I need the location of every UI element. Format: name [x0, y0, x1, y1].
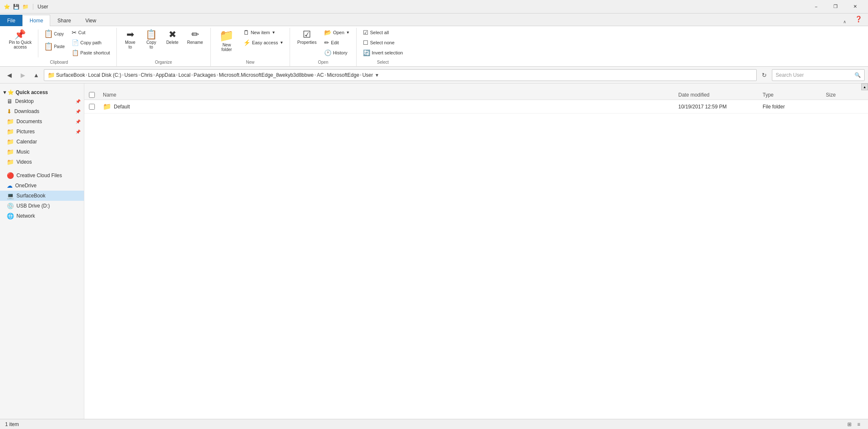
sidebar-item-documents[interactable]: 📁 Documents 📌 [0, 116, 84, 127]
paste-button[interactable]: 📋 Paste [41, 40, 68, 52]
breadcrumb-appdata[interactable]: AppData [156, 72, 175, 78]
sidebar-item-surfacebook[interactable]: 💻 SurfaceBook [0, 191, 84, 201]
sidebar-item-creative-cloud[interactable]: 🔴 Creative Cloud Files [0, 170, 84, 181]
select-all-checkbox[interactable] [89, 92, 95, 98]
sidebar-item-videos[interactable]: 📁 Videos [0, 157, 84, 167]
usb-label: USB Drive (D:) [16, 203, 81, 209]
sidebar-item-music[interactable]: 📁 Music [0, 147, 84, 157]
new-item-dropdown[interactable]: ▼ [271, 30, 275, 35]
separator [38, 30, 38, 57]
tab-home[interactable]: Home [22, 15, 50, 26]
ribbon-group-new: 📁 New folder 🗒 New item ▼ ⚡ Easy access … [211, 28, 290, 66]
open-button[interactable]: 📂 Open ▼ [321, 28, 353, 37]
tab-share[interactable]: Share [50, 15, 78, 26]
folder-icon: 📁 [22, 3, 29, 10]
tab-file[interactable]: File [0, 15, 22, 26]
search-bar[interactable]: Search User 🔍 [772, 69, 865, 81]
ribbon-group-clipboard: 📌 Pin to Quick access 📋 Copy 📋 Paste ✂ C… [2, 28, 117, 66]
open-dropdown[interactable]: ▼ [346, 30, 350, 35]
breadcrumb-chris[interactable]: Chris [141, 72, 153, 78]
header-name[interactable]: Name [99, 92, 678, 98]
easy-access-dropdown[interactable]: ▼ [279, 40, 283, 45]
delete-button[interactable]: ✖ Delete [162, 28, 183, 47]
list-view-button[interactable]: ≡ [855, 420, 863, 429]
copy-button[interactable]: 📋 Copy [41, 28, 68, 40]
breadcrumb-dropdown-button[interactable]: ▼ [375, 73, 379, 78]
paste-shortcut-button[interactable]: 📋 Paste shortcut [69, 48, 113, 57]
breadcrumb-ac[interactable]: AC [317, 72, 324, 78]
forward-button[interactable]: ▶ [17, 69, 29, 81]
folder-address-icon: 📁 [48, 72, 54, 78]
select-all-button[interactable]: ☑ Select all [360, 28, 406, 37]
surfacebook-label: SurfaceBook [16, 193, 81, 199]
close-button[interactable]: ✕ [845, 0, 865, 13]
quick-access-icon: ⭐ [3, 3, 10, 10]
header-size[interactable]: Size [826, 92, 868, 98]
pin-to-quick-access-button[interactable]: 📌 Pin to Quick access [5, 28, 35, 51]
refresh-button[interactable]: ↻ [758, 69, 770, 81]
delete-label: Delete [166, 40, 178, 45]
copy-to-label: Copy to [146, 40, 156, 49]
row-checkbox [84, 104, 99, 110]
breadcrumb-user[interactable]: User [362, 72, 373, 78]
breadcrumb-local[interactable]: Local [178, 72, 191, 78]
new-item-button[interactable]: 🗒 New item ▼ [240, 28, 287, 37]
sidebar-item-onedrive[interactable]: ☁ OneDrive [0, 181, 84, 191]
cut-button[interactable]: ✂ Cut [69, 28, 113, 37]
quick-access-header[interactable]: ▾ ⭐ Quick access [0, 87, 84, 96]
header-type[interactable]: Type [763, 92, 826, 98]
breadcrumb-packages[interactable]: Packages [193, 72, 216, 78]
item-count: 1 item [5, 421, 19, 427]
row-select-checkbox[interactable] [89, 104, 95, 110]
pin-label: Pin to Quick access [9, 40, 32, 49]
properties-button[interactable]: ☑ Properties [293, 28, 320, 47]
save-icon: 💾 [13, 3, 19, 10]
select-all-icon: ☑ [363, 29, 368, 36]
easy-access-button[interactable]: ⚡ Easy access ▼ [240, 38, 287, 47]
details-view-button[interactable]: ⊞ [845, 420, 854, 429]
sidebar-item-usb[interactable]: 💿 USB Drive (D:) [0, 201, 84, 211]
select-label: Select [360, 59, 406, 66]
copy-to-icon: 📋 [145, 30, 157, 39]
address-bar[interactable]: 📁 SurfaceBook › Local Disk (C:) › Users … [44, 69, 757, 81]
usb-icon: 💿 [7, 202, 14, 209]
maximize-button[interactable]: ❐ [826, 0, 845, 13]
scroll-up-button[interactable]: ▲ [861, 84, 868, 90]
edit-label: Edit [331, 40, 339, 45]
new-folder-icon: 📁 [219, 30, 234, 42]
breadcrumb-users[interactable]: Users [124, 72, 137, 78]
up-button[interactable]: ▲ [30, 69, 42, 81]
copy-path-button[interactable]: 📄 Copy path [69, 38, 113, 47]
videos-icon: 📁 [7, 159, 14, 165]
table-row[interactable]: 📁 Default 10/19/2017 12:59 PM File folde… [84, 100, 868, 113]
sidebar-item-downloads[interactable]: ⬇ Downloads 📌 [0, 106, 84, 116]
copy-to-button[interactable]: 📋 Copy to [141, 28, 161, 51]
search-icon: 🔍 [855, 72, 861, 78]
breadcrumb-msedge[interactable]: Microsoft.MicrosoftEdge_8wekyb3d8bbwe [219, 72, 314, 78]
ribbon-collapse-button[interactable]: ∧ [840, 17, 849, 26]
sep4: › [153, 73, 155, 77]
rename-button[interactable]: ✏ Rename [183, 28, 207, 47]
sidebar-item-network[interactable]: 🌐 Network [0, 211, 84, 221]
select-none-button[interactable]: ☐ Select none [360, 38, 406, 47]
downloads-pin: 📌 [75, 109, 81, 114]
move-to-button[interactable]: ➡ Move to [120, 28, 140, 51]
breadcrumb-localc[interactable]: Local Disk (C:) [88, 72, 121, 78]
header-checkbox-col [84, 92, 99, 98]
help-button[interactable]: ❓ [849, 12, 868, 26]
sidebar-item-pictures[interactable]: 📁 Pictures 📌 [0, 127, 84, 137]
edit-button[interactable]: ✏ Edit [321, 38, 353, 47]
minimize-button[interactable]: − [806, 0, 826, 13]
breadcrumb-surfacebook[interactable]: SurfaceBook [56, 72, 85, 78]
tab-view[interactable]: View [78, 15, 103, 26]
sidebar-item-calendar[interactable]: 📁 Calendar [0, 137, 84, 147]
breadcrumb-msedge2[interactable]: MicrosoftEdge [327, 72, 359, 78]
new-folder-button[interactable]: 📁 New folder [214, 28, 239, 54]
invert-selection-button[interactable]: 🔄 Invert selection [360, 48, 406, 57]
header-date[interactable]: Date modified [678, 92, 763, 98]
history-button[interactable]: 🕐 History [321, 48, 353, 57]
history-label: History [333, 50, 347, 55]
sidebar-item-desktop[interactable]: 🖥 Desktop 📌 [0, 96, 84, 106]
back-button[interactable]: ◀ [3, 69, 15, 81]
file-date: 10/19/2017 12:59 PM [678, 104, 763, 110]
